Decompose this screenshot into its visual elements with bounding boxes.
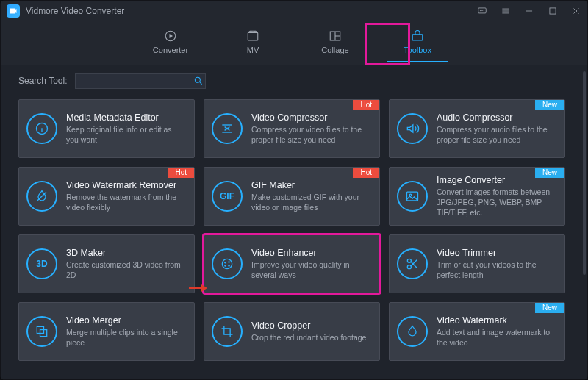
tool-card-video-merger[interactable]: Video MergerMerge multiple clips into a …: [18, 302, 195, 361]
tab-mv[interactable]: MV: [232, 21, 273, 62]
tool-grid: Media Metadata EditorKeep original file …: [18, 99, 573, 361]
svg-point-20: [195, 77, 200, 82]
tab-collage[interactable]: Collage: [315, 21, 356, 62]
tab-label: MV: [247, 46, 259, 54]
video-watermark-icon: [397, 316, 428, 347]
feedback-icon[interactable]: [477, 6, 487, 16]
maximize-icon[interactable]: [548, 6, 558, 16]
search-label: Search Tool:: [18, 76, 68, 86]
app-window: Vidmore Video Converter Converter: [0, 0, 588, 380]
tool-card-video-cropper[interactable]: Video CropperCrop the redundant video fo…: [204, 302, 380, 361]
close-icon[interactable]: [571, 6, 581, 16]
svg-line-21: [199, 82, 201, 85]
svg-point-3: [484, 10, 484, 11]
badge-new: New: [535, 100, 564, 110]
badge-new: New: [535, 303, 564, 313]
tool-card-audio-compressor[interactable]: Audio CompressorCompress your audio file…: [389, 99, 565, 158]
search-box[interactable]: [75, 73, 206, 89]
window-controls: [477, 6, 581, 16]
tool-description: Merge multiple clips into a single piece: [66, 327, 185, 348]
search-row: Search Tool:: [18, 73, 573, 89]
search-icon[interactable]: [193, 76, 204, 86]
tab-toolbox[interactable]: Toolbox: [397, 21, 438, 62]
tool-description: Trim or cut your videos to the perfect l…: [437, 259, 556, 280]
menu-icon[interactable]: [501, 6, 511, 16]
tab-underline: [387, 61, 448, 62]
tab-converter[interactable]: Converter: [150, 21, 191, 62]
tool-description: Create customized 3D video from 2D: [66, 259, 185, 280]
tool-description: Compress your audio files to the proper …: [437, 124, 556, 145]
svg-point-33: [228, 265, 230, 267]
tool-title: Media Metadata Editor: [66, 112, 185, 123]
svg-marker-12: [170, 34, 173, 38]
tool-card-video-watermark-remover[interactable]: Video Watermark RemoverRemove the waterm…: [18, 167, 195, 226]
tool-card-3d-maker[interactable]: 3D3D MakerCreate customized 3D video fro…: [18, 234, 195, 293]
tool-title: Video Enhancer: [251, 248, 370, 258]
title-bar: Vidmore Video Converter: [1, 1, 587, 21]
badge-hot: Hot: [353, 168, 379, 178]
tool-title: 3D Maker: [66, 248, 185, 258]
video-compressor-icon: [212, 113, 243, 144]
svg-point-32: [228, 261, 230, 263]
gif-maker-icon: GIF: [212, 181, 243, 212]
tool-description: Remove the watermark from the video flex…: [66, 192, 185, 212]
video-cropper-icon: [212, 316, 243, 347]
tool-card-video-watermark[interactable]: Video WatermarkAdd text and image waterm…: [389, 302, 565, 361]
tool-description: Make customized GIF with your video or i…: [251, 192, 370, 212]
toolbox-panel: Search Tool: Media Metadata EditorKeep o…: [1, 65, 583, 379]
tool-description: Convert images formats between JPG/JPEG,…: [437, 187, 556, 218]
app-logo: [7, 4, 20, 18]
svg-rect-19: [412, 35, 423, 40]
tool-title: Audio Compressor: [437, 112, 556, 123]
tool-card-gif-maker[interactable]: GIFGIF MakerMake customized GIF with you…: [204, 167, 380, 226]
tool-title: GIF Maker: [251, 180, 370, 190]
svg-point-1: [480, 10, 481, 11]
tool-description: Compress your video files to the proper …: [251, 124, 370, 145]
svg-point-31: [224, 262, 226, 264]
body: Search Tool: Media Metadata EditorKeep o…: [1, 65, 587, 379]
tool-title: Video Watermark: [437, 315, 556, 326]
tool-title: Video Watermark Remover: [66, 180, 185, 190]
svg-point-2: [482, 10, 483, 11]
media-metadata-editor-icon: [26, 113, 57, 144]
tool-card-image-converter[interactable]: Image ConverterConvert images formats be…: [389, 167, 565, 226]
svg-rect-13: [248, 33, 258, 41]
svg-point-30: [222, 259, 232, 268]
3d-maker-icon: 3D: [26, 248, 57, 279]
tool-title: Video Merger: [66, 315, 185, 326]
search-input[interactable]: [80, 73, 193, 89]
minimize-icon[interactable]: [524, 6, 534, 16]
video-enhancer-icon: [212, 248, 243, 279]
badge-hot: Hot: [353, 100, 379, 110]
audio-compressor-icon: [397, 113, 428, 144]
scrollbar-thumb[interactable]: [583, 71, 586, 275]
tool-title: Video Trimmer: [437, 248, 556, 258]
image-converter-icon: [397, 181, 428, 212]
tool-description: Crop the redundant video footage: [251, 332, 370, 343]
scrollbar[interactable]: [583, 71, 586, 370]
tab-label: Toolbox: [404, 46, 431, 54]
badge-new: New: [535, 168, 564, 178]
video-watermark-remover-icon: [26, 181, 57, 212]
tool-card-video-compressor[interactable]: Video CompressorCompress your video file…: [204, 99, 380, 158]
tool-description: Keep original file info or edit as you w…: [66, 124, 185, 145]
tool-title: Video Cropper: [251, 320, 370, 331]
app-title: Vidmore Video Converter: [26, 6, 124, 16]
tool-card-video-enhancer[interactable]: Video EnhancerImprove your video quality…: [204, 234, 380, 293]
tool-card-video-trimmer[interactable]: Video TrimmerTrim or cut your videos to …: [389, 234, 565, 293]
tool-title: Video Compressor: [251, 112, 370, 123]
tab-label: Collage: [321, 46, 348, 54]
svg-point-34: [224, 265, 226, 267]
top-nav: Converter MV Collage Toolbox: [1, 21, 587, 65]
badge-hot: Hot: [168, 168, 194, 178]
tool-card-media-metadata-editor[interactable]: Media Metadata EditorKeep original file …: [18, 99, 195, 158]
tool-description: Improve your video quality in several wa…: [251, 259, 370, 280]
tab-label: Converter: [153, 46, 188, 54]
video-merger-icon: [26, 316, 57, 347]
tool-description: Add text and image watermark to the vide…: [437, 327, 556, 348]
video-trimmer-icon: [397, 248, 428, 279]
svg-rect-8: [550, 8, 556, 14]
